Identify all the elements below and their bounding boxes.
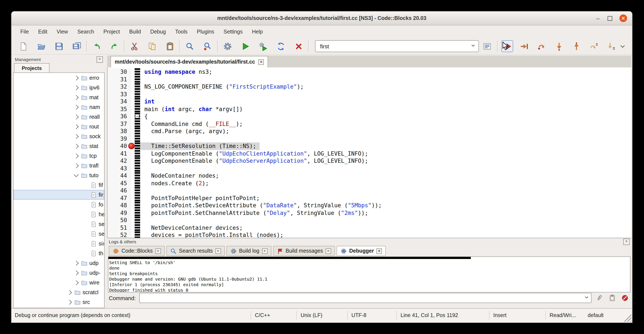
tree-item-wire[interactable]: wire	[14, 278, 104, 287]
expand-icon[interactable]	[74, 85, 79, 90]
tree-item-erro[interactable]: erro	[14, 73, 104, 83]
line-number[interactable]: 31	[108, 76, 131, 83]
tree-item-six[interactable]: six	[14, 239, 104, 248]
breakpoint-margin[interactable]	[135, 202, 140, 209]
tree-item-tuto[interactable]: tuto	[14, 170, 104, 180]
breakpoint-margin[interactable]	[135, 91, 140, 98]
find-button[interactable]	[184, 40, 196, 52]
breakpoint-margin[interactable]	[135, 209, 140, 217]
code-area[interactable]: 30using namespace ns3;3132NS_LOG_COMPONE…	[107, 67, 631, 238]
run-to-cursor-button[interactable]	[519, 40, 530, 52]
open-file-button[interactable]	[35, 40, 47, 52]
line-number[interactable]: 52	[108, 231, 131, 238]
line-number[interactable]: 43	[108, 165, 131, 172]
menu-help[interactable]: Help	[247, 26, 268, 38]
copy-button[interactable]	[146, 40, 158, 52]
breakpoint-margin[interactable]	[135, 165, 140, 172]
breakpoint-margin[interactable]	[135, 128, 140, 135]
expand-icon[interactable]	[74, 114, 79, 119]
breakpoint-margin[interactable]	[135, 83, 140, 91]
tree-item-nam[interactable]: nam	[14, 102, 104, 112]
paste-button[interactable]	[164, 40, 176, 52]
clipboard-icon[interactable]	[608, 293, 617, 303]
expand-icon[interactable]	[74, 105, 79, 110]
editor-tab-first-cc[interactable]: mnt/dev/tools/source/ns-3-dev/examples/t…	[110, 56, 268, 67]
menu-build[interactable]: Build	[124, 26, 146, 38]
command-input[interactable]	[141, 294, 584, 301]
undo-button[interactable]	[90, 40, 102, 52]
find-in-files-button[interactable]	[202, 40, 214, 52]
menu-search[interactable]: Search	[72, 26, 99, 38]
expand-icon[interactable]	[74, 76, 79, 80]
redo-button[interactable]	[108, 40, 120, 52]
tree-item-th[interactable]: th	[14, 248, 104, 258]
collapse-icon[interactable]	[74, 172, 79, 177]
line-number[interactable]: 50	[108, 217, 131, 224]
breakpoint-margin[interactable]	[135, 120, 140, 128]
expand-icon[interactable]	[67, 300, 72, 304]
line-number[interactable]: 30	[108, 68, 131, 76]
tree-item-udp[interactable]: udp	[14, 258, 104, 268]
tree-item-reall[interactable]: reall	[14, 112, 104, 122]
tree-item-stat[interactable]: stat	[14, 141, 104, 151]
breakpoint-margin[interactable]	[135, 135, 140, 142]
resize-grip[interactable]	[624, 314, 631, 322]
expand-icon[interactable]	[74, 163, 79, 168]
next-line-button[interactable]	[536, 40, 548, 52]
logs-tab-build-messages[interactable]: Build messages×	[273, 246, 335, 256]
breakpoint-margin[interactable]	[135, 179, 140, 187]
logs-tab-debugger[interactable]: Debugger×	[336, 246, 386, 256]
attachment-icon[interactable]	[595, 293, 604, 303]
tab-close-icon[interactable]: ×	[326, 248, 331, 254]
tab-close-icon[interactable]: ×	[258, 59, 264, 65]
line-number[interactable]: 49	[108, 209, 131, 217]
rebuild-button[interactable]	[275, 40, 287, 52]
menu-settings[interactable]: Settings	[219, 26, 247, 38]
tree-item-ipv6[interactable]: ipv6	[14, 83, 104, 92]
menu-file[interactable]: File	[16, 26, 34, 38]
menu-plugins[interactable]: Plugins	[192, 26, 219, 38]
tree-item-fir[interactable]: fir	[14, 190, 104, 200]
line-number[interactable]: 47	[108, 194, 131, 202]
menu-view[interactable]: View	[52, 26, 72, 38]
line-number[interactable]: 37	[108, 120, 131, 128]
line-number[interactable]: 44	[108, 172, 131, 179]
build-and-run-button[interactable]	[257, 40, 269, 52]
tab-projects[interactable]: Projects	[14, 63, 50, 73]
line-number[interactable]: 41	[108, 150, 131, 157]
tab-close-icon[interactable]: ×	[215, 248, 221, 254]
toolbar-overflow-button[interactable]	[617, 40, 628, 52]
tab-close-icon[interactable]: ×	[155, 248, 161, 254]
breakpoint-margin[interactable]	[135, 68, 140, 76]
line-number[interactable]: 46	[108, 187, 131, 194]
expand-icon[interactable]	[74, 134, 79, 139]
line-number[interactable]: 42	[108, 157, 131, 165]
step-into-button[interactable]	[554, 40, 565, 52]
close-button[interactable]: ✕	[620, 15, 627, 22]
breakpoint-margin[interactable]	[135, 105, 140, 113]
logs-tab-build-log[interactable]: Build log×	[226, 246, 271, 256]
breakpoint-margin[interactable]	[135, 172, 140, 179]
menu-project[interactable]: Project	[99, 26, 124, 38]
incremental-search-combobox[interactable]	[315, 40, 479, 52]
chevron-down-icon[interactable]	[470, 42, 476, 50]
minimize-button[interactable]: –	[594, 15, 602, 22]
menu-debug[interactable]: Debug	[146, 26, 171, 38]
breakpoint-margin[interactable]	[135, 98, 140, 105]
title-bar[interactable]: mnt/dev/tools/source/ns-3-dev/examples/t…	[12, 12, 632, 26]
expand-icon[interactable]	[74, 280, 79, 285]
incremental-search-input[interactable]	[319, 43, 470, 50]
logs-tab-search-results[interactable]: Search results×	[166, 246, 224, 256]
tree-item-fo[interactable]: fo	[14, 200, 104, 209]
tree-item-se[interactable]: se	[14, 219, 104, 229]
tree-item-trafl[interactable]: trafl	[14, 161, 104, 170]
breakpoint-margin[interactable]	[135, 76, 140, 83]
menu-edit[interactable]: Edit	[34, 26, 52, 38]
tab-close-icon[interactable]: ×	[376, 248, 382, 254]
next-instruction-button[interactable]	[588, 40, 600, 52]
command-combobox[interactable]	[139, 293, 592, 303]
breakpoint-margin[interactable]	[135, 194, 140, 202]
tree-item-sock[interactable]: sock	[14, 131, 104, 141]
chevron-down-icon[interactable]	[584, 294, 590, 302]
line-number[interactable]: 32	[108, 83, 131, 91]
